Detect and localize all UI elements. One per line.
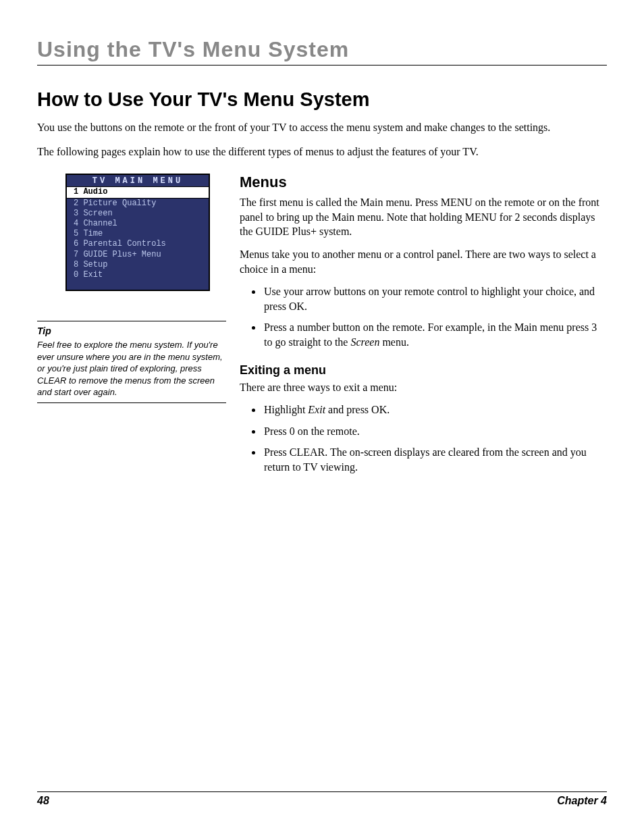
intro-p2: The following pages explain how to use t…	[37, 145, 591, 159]
menus-li2-b: menu.	[379, 336, 409, 348]
menus-li1: Use your arrow buttons on your remote co…	[263, 284, 607, 313]
menus-p1: The first menu is called the Main menu. …	[240, 195, 607, 239]
tv-menu-item: 5 Time	[67, 229, 209, 239]
tv-menu-item: 7 GUIDE Plus+ Menu	[67, 250, 209, 260]
footer-page: 48	[37, 795, 49, 807]
exiting-p1: There are three ways to exit a menu:	[240, 380, 607, 395]
chapter-head: Using the TV's Menu System	[37, 37, 607, 62]
tv-menu-item: 0 Exit	[67, 270, 209, 280]
tip-heading: Tip	[37, 325, 226, 336]
exiting-li3: Press CLEAR. The on-screen displays are …	[263, 445, 607, 474]
exiting-heading: Exiting a menu	[240, 363, 607, 377]
tv-menu-item: 1 Audio	[67, 186, 209, 198]
menus-heading: Menus	[240, 174, 607, 191]
menus-li2: Press a number button on the remote. For…	[263, 320, 607, 349]
tv-main-menu: TV MAIN MENU 1 Audio2 Picture Quality3 S…	[65, 174, 210, 291]
tv-menu-item: 6 Parental Controls	[67, 239, 209, 249]
tip-rule-bottom	[37, 402, 226, 403]
footer-chapter: Chapter 4	[557, 795, 607, 807]
tv-menu-title: TV MAIN MENU	[67, 175, 209, 186]
chapter-rule	[37, 65, 607, 66]
tip-box: Tip Feel free to explore the menu system…	[37, 321, 226, 403]
intro-p1: You use the buttons on the remote or the…	[37, 120, 591, 135]
exiting-li1-a: Highlight	[264, 404, 308, 415]
tv-menu-item: 4 Channel	[67, 219, 209, 229]
tv-menu-item: 2 Picture Quality	[67, 199, 209, 209]
tip-body: Feel free to explore the menu system. If…	[37, 339, 226, 398]
tv-menu-item: 8 Setup	[67, 260, 209, 270]
tip-rule-top	[37, 321, 226, 321]
menus-p2: Menus take you to another menu or a cont…	[240, 247, 607, 276]
footer-rule	[37, 791, 607, 792]
page-title: How to Use Your TV's Menu System	[37, 88, 607, 111]
exiting-li2: Press 0 on the remote.	[263, 424, 607, 439]
exiting-li1: Highlight Exit and press OK.	[263, 402, 607, 417]
tv-menu-item: 3 Screen	[67, 209, 209, 219]
exiting-li1-italic: Exit	[308, 404, 325, 415]
footer: 48 Chapter 4	[37, 791, 607, 807]
menus-li2-a: Press a number button on the remote. For…	[264, 321, 597, 348]
exiting-li1-b: and press OK.	[325, 404, 390, 415]
menus-li2-italic: Screen	[350, 336, 379, 348]
